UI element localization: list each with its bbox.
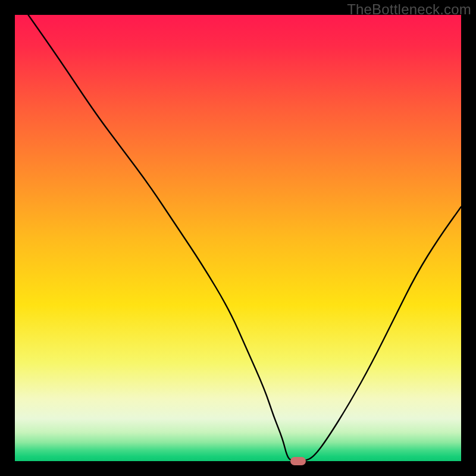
chart-frame: TheBottleneck.com [0, 0, 476, 476]
plot-svg [15, 15, 461, 461]
gradient-background [15, 15, 461, 461]
plot-area [15, 15, 461, 461]
watermark-text: TheBottleneck.com [347, 1, 471, 18]
optimal-marker [290, 457, 306, 465]
